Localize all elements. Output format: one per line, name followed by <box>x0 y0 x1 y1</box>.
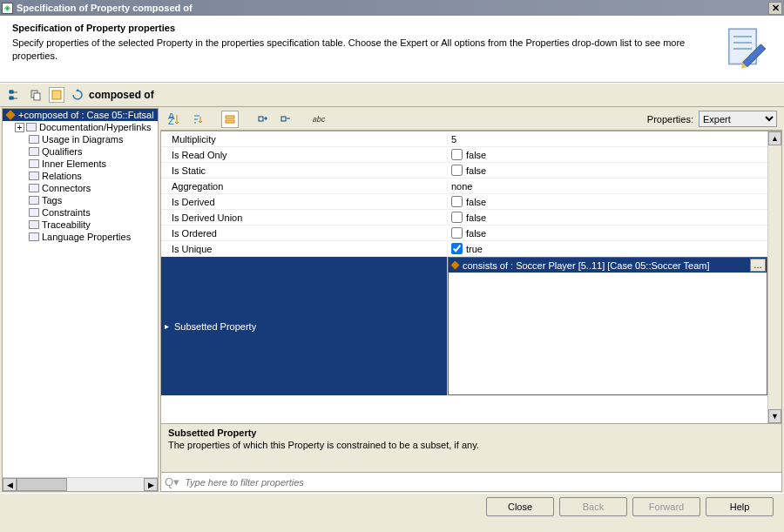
main-area: +composed of : Case 05::Futsal + Documen… <box>0 107 784 493</box>
prop-name: Is Derived Union <box>161 212 448 223</box>
properties-dropdown[interactable]: Expert <box>699 111 777 127</box>
checkbox[interactable] <box>451 149 463 160</box>
page-icon <box>29 184 39 192</box>
prop-name: Is Unique <box>161 244 448 254</box>
close-button[interactable]: Close <box>486 497 554 516</box>
svg-rect-16 <box>281 117 286 121</box>
page-icon <box>29 220 39 229</box>
content-toolbar: AZ abc Properties: Expert <box>160 108 782 131</box>
page-icon <box>29 232 39 241</box>
checkbox[interactable] <box>451 243 463 254</box>
prop-value[interactable]: none <box>448 181 767 192</box>
prop-name: Is Static <box>161 165 448 176</box>
refresh-icon[interactable] <box>70 87 85 103</box>
table-row[interactable]: Is Derived false <box>161 194 767 210</box>
tree-root[interactable]: +composed of : Case 05::Futsal <box>3 109 158 121</box>
table-vscroll[interactable]: ▲ ▼ <box>767 131 781 423</box>
tree-label: Qualifiers <box>42 146 82 157</box>
copy-icon[interactable] <box>28 87 44 103</box>
forward-button[interactable]: Forward <box>632 497 700 516</box>
scroll-down-icon[interactable]: ▼ <box>768 409 781 423</box>
section-title: composed of <box>89 89 777 101</box>
diamond-icon <box>5 110 15 119</box>
checkbox[interactable] <box>451 165 463 176</box>
table-row[interactable]: Is Read Only false <box>161 147 767 163</box>
header: Specification of Property properties Spe… <box>0 16 784 83</box>
prop-value[interactable]: true <box>448 243 767 254</box>
description-text: The properties of which this Property is… <box>168 440 774 450</box>
ellipsis-button[interactable]: … <box>750 259 766 272</box>
highlight-icon[interactable] <box>49 87 64 103</box>
svg-rect-13 <box>226 116 234 118</box>
scroll-thumb[interactable] <box>17 478 67 491</box>
scroll-left-icon[interactable]: ◀ <box>3 478 17 491</box>
plus-icon[interactable]: + <box>15 123 24 132</box>
tree-item-relations[interactable]: Relations <box>3 170 158 182</box>
prop-value[interactable]: false <box>448 165 767 176</box>
tree-item-language[interactable]: Language Properties <box>3 231 158 243</box>
checkbox[interactable] <box>451 212 463 223</box>
prop-name: Is Ordered <box>161 228 448 239</box>
tree-item-inner[interactable]: Inner Elements <box>3 158 158 170</box>
tree-label: Traceability <box>42 219 91 230</box>
table-row[interactable]: Aggregation none <box>161 178 767 194</box>
page-icon <box>29 196 39 205</box>
prop-value[interactable]: false <box>448 227 767 239</box>
prop-value[interactable]: false <box>448 149 767 160</box>
svg-rect-10 <box>52 91 61 99</box>
prop-value-editor[interactable]: consists of : Soccer Player [5..11] [Cas… <box>448 257 767 395</box>
svg-rect-5 <box>10 97 13 99</box>
sort-az-icon[interactable]: AZ <box>166 111 183 128</box>
page-icon <box>29 172 39 180</box>
property-table: Multiplicity 5 Is Read Only false Is Sta… <box>160 131 782 424</box>
tree-item-constraints[interactable]: Constraints <box>3 206 158 219</box>
description-title: Subsetted Property <box>168 428 774 438</box>
diamond-icon <box>451 261 460 270</box>
sidebar-hscroll[interactable]: ◀ ▶ <box>3 477 158 491</box>
checkbox[interactable] <box>451 196 463 207</box>
svg-text:Z: Z <box>168 116 174 125</box>
window-title: Specification of Property composed of <box>17 3 768 13</box>
prop-value[interactable]: 5 <box>448 134 767 145</box>
filter-input[interactable] <box>183 476 778 488</box>
scroll-right-icon[interactable]: ▶ <box>144 478 158 491</box>
tree-icon[interactable] <box>7 87 23 103</box>
table-row[interactable]: Multiplicity 5 <box>161 131 767 147</box>
selected-subset-item[interactable]: consists of : Soccer Player [5..11] [Cas… <box>449 258 767 273</box>
back-button[interactable]: Back <box>559 497 627 516</box>
bottom-bar: Close Back Forward Help <box>0 493 784 519</box>
content: AZ abc Properties: Expert <box>160 108 782 492</box>
tree-item-qualifiers[interactable]: Qualifiers <box>3 145 158 158</box>
prop-value[interactable]: false <box>448 212 767 223</box>
tree-item-tags[interactable]: Tags <box>3 194 158 206</box>
group-icon[interactable] <box>221 111 239 128</box>
tree-item-connectors[interactable]: Connectors <box>3 182 158 194</box>
page-icon <box>29 147 39 156</box>
tree-label: Inner Elements <box>42 158 106 169</box>
prop-name: Aggregation <box>161 181 448 192</box>
description-panel: Subsetted Property The properties of whi… <box>160 424 782 473</box>
prop-name: Is Read Only <box>161 150 448 160</box>
tree-item-documentation[interactable]: + Documentation/Hyperlinks <box>3 121 158 133</box>
help-button[interactable]: Help <box>706 497 774 516</box>
prop-name: Multiplicity <box>161 134 448 145</box>
scroll-up-icon[interactable]: ▲ <box>768 131 781 145</box>
close-icon[interactable]: ✕ <box>768 2 782 15</box>
table-row[interactable]: Is Derived Union false <box>161 210 767 226</box>
tree-item-usage[interactable]: Usage in Diagrams <box>3 133 158 145</box>
prop-value[interactable]: false <box>448 196 767 207</box>
sort-down-icon[interactable] <box>188 111 206 128</box>
checkbox[interactable] <box>451 227 463 239</box>
table-row[interactable]: Is Static false <box>161 163 767 178</box>
tree-label: Documentation/Hyperlinks <box>39 122 151 132</box>
tree-item-traceability[interactable]: Traceability <box>3 219 158 231</box>
collapse-icon[interactable] <box>277 111 294 128</box>
expand-icon[interactable] <box>254 111 272 128</box>
table-row[interactable]: Is Ordered false <box>161 226 767 241</box>
properties-label: Properties: <box>647 114 693 125</box>
table-row[interactable]: Is Unique true <box>161 241 767 257</box>
tree-label: Connectors <box>42 183 91 193</box>
table-row-subsetted[interactable]: ▸ Subsetted Property consists of : Socce… <box>161 257 767 396</box>
page-icon <box>29 159 39 168</box>
abc-icon[interactable]: abc <box>310 111 328 128</box>
